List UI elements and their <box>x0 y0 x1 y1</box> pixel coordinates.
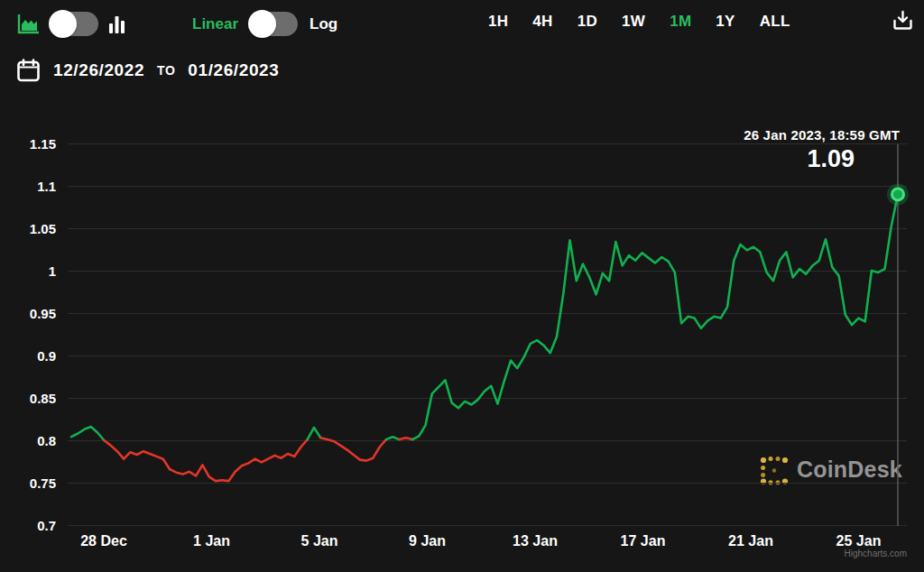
price-line-segment <box>71 427 104 440</box>
last-price-marker[interactable] <box>892 189 904 200</box>
price-line-segment <box>104 439 307 481</box>
x-axis-label: 17 Jan <box>621 533 666 549</box>
y-axis-label: 0.75 <box>30 475 56 491</box>
y-axis-label: 1.1 <box>37 179 56 194</box>
x-axis-label: 13 Jan <box>513 533 558 549</box>
highcharts-credit-link[interactable]: Highcharts.com <box>845 549 907 558</box>
price-line-segment <box>400 438 413 439</box>
y-axis-label: 1.05 <box>30 221 56 236</box>
x-axis-label: 25 Jan <box>836 533 882 549</box>
y-axis-label: 0.8 <box>37 433 56 448</box>
price-line-segment <box>412 194 898 439</box>
price-line-segment <box>308 428 321 439</box>
y-axis-label: 1 <box>49 263 56 279</box>
price-chart[interactable]: 0.70.750.80.850.90.9511.051.11.1528 Dec1… <box>0 0 924 572</box>
x-axis-label: 28 Dec <box>80 533 127 549</box>
x-axis-label: 5 Jan <box>301 533 338 549</box>
y-axis-label: 1.15 <box>30 136 56 152</box>
y-axis-label: 0.85 <box>30 391 56 406</box>
price-line-segment <box>386 437 400 439</box>
x-axis-label: 21 Jan <box>728 533 773 549</box>
price-line-segment <box>320 438 386 460</box>
x-axis-label: 9 Jan <box>409 533 446 549</box>
y-axis-label: 0.9 <box>37 348 56 364</box>
y-axis-label: 0.95 <box>30 306 56 321</box>
y-axis-label: 0.7 <box>37 518 56 533</box>
x-axis-label: 1 Jan <box>193 533 230 549</box>
coindesk-price-chart-app: Linear Log 1H 4H 1D 1W 1M 1Y ALL 12/26/2… <box>0 0 924 572</box>
